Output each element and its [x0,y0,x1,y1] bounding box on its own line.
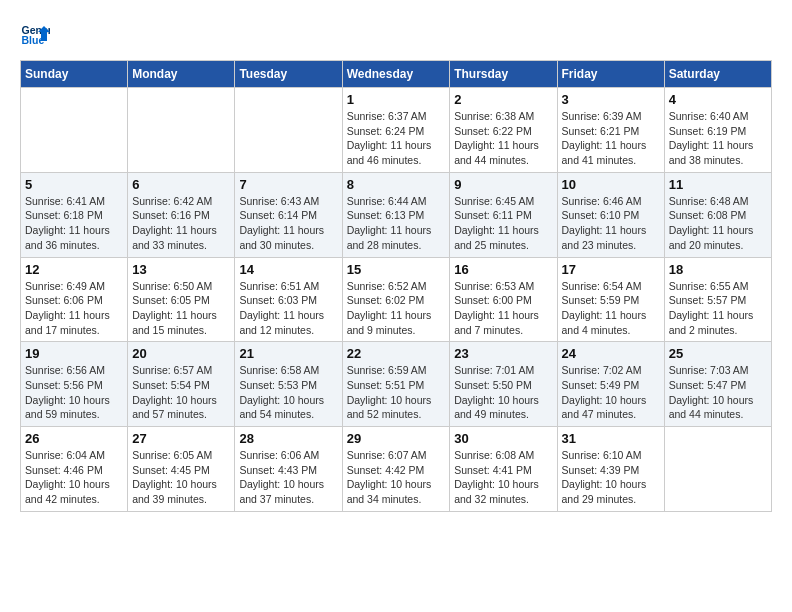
day-number: 12 [25,262,123,277]
calendar-cell: 12Sunrise: 6:49 AM Sunset: 6:06 PM Dayli… [21,257,128,342]
calendar-week-4: 19Sunrise: 6:56 AM Sunset: 5:56 PM Dayli… [21,342,772,427]
day-number: 24 [562,346,660,361]
calendar-cell: 2Sunrise: 6:38 AM Sunset: 6:22 PM Daylig… [450,88,557,173]
day-number: 1 [347,92,446,107]
day-info: Sunrise: 6:10 AM Sunset: 4:39 PM Dayligh… [562,448,660,507]
day-info: Sunrise: 7:03 AM Sunset: 5:47 PM Dayligh… [669,363,767,422]
calendar-header-tuesday: Tuesday [235,61,342,88]
calendar-cell [21,88,128,173]
day-info: Sunrise: 6:40 AM Sunset: 6:19 PM Dayligh… [669,109,767,168]
day-number: 16 [454,262,552,277]
calendar-header-thursday: Thursday [450,61,557,88]
day-info: Sunrise: 6:05 AM Sunset: 4:45 PM Dayligh… [132,448,230,507]
day-info: Sunrise: 6:51 AM Sunset: 6:03 PM Dayligh… [239,279,337,338]
day-info: Sunrise: 6:50 AM Sunset: 6:05 PM Dayligh… [132,279,230,338]
calendar-cell: 10Sunrise: 6:46 AM Sunset: 6:10 PM Dayli… [557,172,664,257]
calendar-cell: 7Sunrise: 6:43 AM Sunset: 6:14 PM Daylig… [235,172,342,257]
day-number: 20 [132,346,230,361]
day-info: Sunrise: 6:41 AM Sunset: 6:18 PM Dayligh… [25,194,123,253]
day-number: 13 [132,262,230,277]
day-info: Sunrise: 6:56 AM Sunset: 5:56 PM Dayligh… [25,363,123,422]
day-info: Sunrise: 6:06 AM Sunset: 4:43 PM Dayligh… [239,448,337,507]
day-info: Sunrise: 7:01 AM Sunset: 5:50 PM Dayligh… [454,363,552,422]
calendar-cell: 23Sunrise: 7:01 AM Sunset: 5:50 PM Dayli… [450,342,557,427]
day-number: 19 [25,346,123,361]
day-number: 7 [239,177,337,192]
day-info: Sunrise: 6:53 AM Sunset: 6:00 PM Dayligh… [454,279,552,338]
calendar-cell: 13Sunrise: 6:50 AM Sunset: 6:05 PM Dayli… [128,257,235,342]
logo: General Blue [20,20,50,50]
day-info: Sunrise: 6:44 AM Sunset: 6:13 PM Dayligh… [347,194,446,253]
day-number: 3 [562,92,660,107]
day-info: Sunrise: 6:38 AM Sunset: 6:22 PM Dayligh… [454,109,552,168]
day-number: 30 [454,431,552,446]
day-number: 2 [454,92,552,107]
day-number: 22 [347,346,446,361]
calendar-cell: 24Sunrise: 7:02 AM Sunset: 5:49 PM Dayli… [557,342,664,427]
day-info: Sunrise: 6:54 AM Sunset: 5:59 PM Dayligh… [562,279,660,338]
day-info: Sunrise: 6:08 AM Sunset: 4:41 PM Dayligh… [454,448,552,507]
calendar-week-2: 5Sunrise: 6:41 AM Sunset: 6:18 PM Daylig… [21,172,772,257]
calendar-header-monday: Monday [128,61,235,88]
calendar-cell: 5Sunrise: 6:41 AM Sunset: 6:18 PM Daylig… [21,172,128,257]
calendar-week-5: 26Sunrise: 6:04 AM Sunset: 4:46 PM Dayli… [21,427,772,512]
calendar-header-row: SundayMondayTuesdayWednesdayThursdayFrid… [21,61,772,88]
calendar-cell: 6Sunrise: 6:42 AM Sunset: 6:16 PM Daylig… [128,172,235,257]
calendar-cell [664,427,771,512]
day-number: 27 [132,431,230,446]
day-info: Sunrise: 6:39 AM Sunset: 6:21 PM Dayligh… [562,109,660,168]
calendar-cell [235,88,342,173]
day-number: 18 [669,262,767,277]
calendar-cell: 16Sunrise: 6:53 AM Sunset: 6:00 PM Dayli… [450,257,557,342]
day-info: Sunrise: 6:59 AM Sunset: 5:51 PM Dayligh… [347,363,446,422]
calendar-cell: 30Sunrise: 6:08 AM Sunset: 4:41 PM Dayli… [450,427,557,512]
calendar-cell [128,88,235,173]
day-number: 5 [25,177,123,192]
day-info: Sunrise: 6:46 AM Sunset: 6:10 PM Dayligh… [562,194,660,253]
day-info: Sunrise: 6:43 AM Sunset: 6:14 PM Dayligh… [239,194,337,253]
day-info: Sunrise: 6:37 AM Sunset: 6:24 PM Dayligh… [347,109,446,168]
day-number: 21 [239,346,337,361]
calendar-cell: 20Sunrise: 6:57 AM Sunset: 5:54 PM Dayli… [128,342,235,427]
calendar-cell: 3Sunrise: 6:39 AM Sunset: 6:21 PM Daylig… [557,88,664,173]
calendar-cell: 9Sunrise: 6:45 AM Sunset: 6:11 PM Daylig… [450,172,557,257]
logo-icon: General Blue [20,20,50,50]
calendar-cell: 27Sunrise: 6:05 AM Sunset: 4:45 PM Dayli… [128,427,235,512]
calendar-cell: 31Sunrise: 6:10 AM Sunset: 4:39 PM Dayli… [557,427,664,512]
calendar-cell: 17Sunrise: 6:54 AM Sunset: 5:59 PM Dayli… [557,257,664,342]
calendar-cell: 14Sunrise: 6:51 AM Sunset: 6:03 PM Dayli… [235,257,342,342]
day-number: 9 [454,177,552,192]
calendar-cell: 19Sunrise: 6:56 AM Sunset: 5:56 PM Dayli… [21,342,128,427]
page-header: General Blue [20,20,772,50]
day-info: Sunrise: 7:02 AM Sunset: 5:49 PM Dayligh… [562,363,660,422]
calendar-header-friday: Friday [557,61,664,88]
day-info: Sunrise: 6:55 AM Sunset: 5:57 PM Dayligh… [669,279,767,338]
day-info: Sunrise: 6:58 AM Sunset: 5:53 PM Dayligh… [239,363,337,422]
calendar-cell: 26Sunrise: 6:04 AM Sunset: 4:46 PM Dayli… [21,427,128,512]
calendar-cell: 22Sunrise: 6:59 AM Sunset: 5:51 PM Dayli… [342,342,450,427]
day-info: Sunrise: 6:45 AM Sunset: 6:11 PM Dayligh… [454,194,552,253]
day-number: 14 [239,262,337,277]
day-number: 28 [239,431,337,446]
day-number: 17 [562,262,660,277]
day-number: 4 [669,92,767,107]
calendar-header-sunday: Sunday [21,61,128,88]
calendar-cell: 8Sunrise: 6:44 AM Sunset: 6:13 PM Daylig… [342,172,450,257]
calendar-header-wednesday: Wednesday [342,61,450,88]
svg-text:Blue: Blue [22,34,45,46]
calendar-header-saturday: Saturday [664,61,771,88]
day-info: Sunrise: 6:04 AM Sunset: 4:46 PM Dayligh… [25,448,123,507]
day-number: 6 [132,177,230,192]
day-info: Sunrise: 6:48 AM Sunset: 6:08 PM Dayligh… [669,194,767,253]
day-number: 15 [347,262,446,277]
calendar-cell: 25Sunrise: 7:03 AM Sunset: 5:47 PM Dayli… [664,342,771,427]
calendar-week-3: 12Sunrise: 6:49 AM Sunset: 6:06 PM Dayli… [21,257,772,342]
day-number: 23 [454,346,552,361]
day-info: Sunrise: 6:07 AM Sunset: 4:42 PM Dayligh… [347,448,446,507]
calendar-cell: 18Sunrise: 6:55 AM Sunset: 5:57 PM Dayli… [664,257,771,342]
calendar-cell: 28Sunrise: 6:06 AM Sunset: 4:43 PM Dayli… [235,427,342,512]
day-number: 8 [347,177,446,192]
day-number: 11 [669,177,767,192]
day-info: Sunrise: 6:57 AM Sunset: 5:54 PM Dayligh… [132,363,230,422]
calendar-cell: 29Sunrise: 6:07 AM Sunset: 4:42 PM Dayli… [342,427,450,512]
